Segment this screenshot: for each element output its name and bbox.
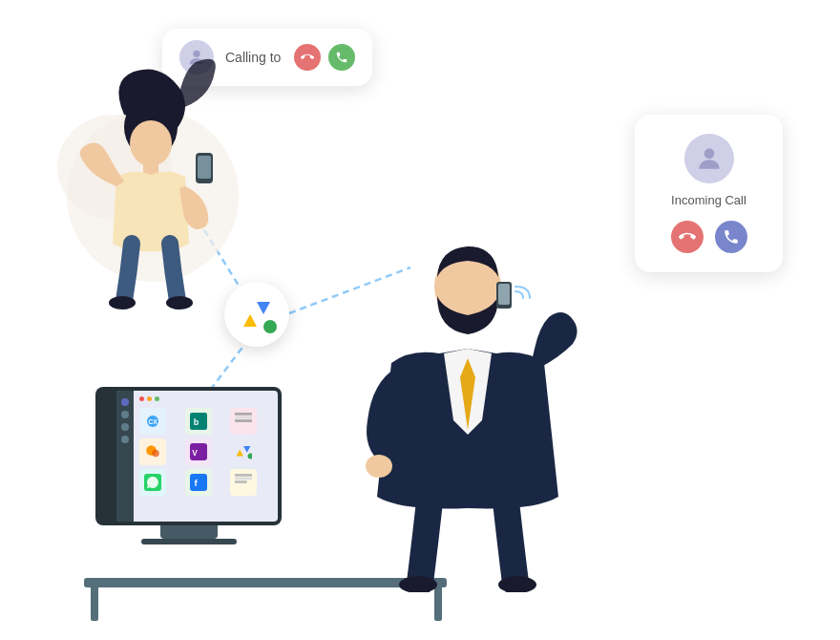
card-actions [671, 221, 747, 253]
grid-item [230, 469, 257, 496]
svg-rect-22 [235, 416, 252, 419]
svg-rect-35 [235, 478, 252, 480]
card-accept-button[interactable] [715, 221, 747, 253]
monitor-sidebar [116, 391, 134, 522]
svg-point-8 [130, 120, 172, 166]
grid-item: b [185, 408, 212, 435]
illustration-scene: Calling to Incoming Call [0, 0, 840, 640]
card-avatar [684, 134, 734, 183]
grid-item [139, 438, 166, 465]
svg-marker-15 [257, 302, 270, 314]
svg-point-12 [109, 296, 136, 309]
card-decline-button[interactable] [671, 221, 704, 253]
accept-icon [335, 51, 348, 64]
incoming-call-card: Incoming Call [635, 115, 783, 272]
bubble-actions [294, 44, 355, 71]
sidebar-dot [121, 411, 129, 418]
monitor-min-dot [147, 396, 152, 401]
woman-figure [38, 53, 248, 320]
desktop-monitor: CX b [95, 387, 282, 544]
facebook-icon: f [190, 474, 207, 491]
svg-text:V: V [192, 449, 198, 458]
monitor-base [141, 539, 237, 544]
sidebar-dot [121, 423, 129, 431]
grid-item: CX [139, 408, 166, 435]
svg-point-25 [152, 450, 159, 458]
chat-icon [144, 443, 161, 460]
svg-point-30 [248, 454, 253, 459]
card-accept-icon [723, 228, 740, 245]
google-ads-logo [224, 282, 289, 347]
incoming-call-label: Incoming Call [671, 193, 746, 207]
monitor-content: CX b [134, 391, 278, 522]
svg-point-4 [704, 148, 714, 159]
grid-item [139, 469, 166, 496]
svg-point-41 [366, 455, 392, 478]
monitor-screen: CX b [116, 391, 278, 522]
bubble-accept-button[interactable] [328, 44, 355, 71]
svg-marker-14 [243, 314, 257, 327]
monitor-top-bar [139, 396, 272, 401]
monitor-close-dot [139, 396, 144, 401]
svg-rect-34 [235, 474, 252, 477]
svg-text:CX: CX [149, 418, 158, 425]
sidebar-dot [121, 436, 129, 443]
grid-item: V [185, 438, 212, 465]
monitor-body: CX b [95, 387, 282, 525]
monitor-stand [160, 525, 218, 539]
grid-item [230, 438, 257, 465]
decline-icon [301, 51, 314, 64]
app-icon-9 [235, 474, 252, 491]
grid-item [230, 408, 257, 435]
viber-icon: V [190, 443, 207, 460]
bubble-decline-button[interactable] [294, 44, 321, 71]
google-ads-small-icon [235, 443, 252, 460]
svg-marker-29 [243, 446, 251, 453]
whatsapp-icon [144, 474, 161, 491]
monitor-max-dot [155, 396, 159, 401]
svg-rect-23 [235, 419, 252, 422]
man-figure [334, 191, 601, 592]
svg-rect-21 [235, 413, 252, 416]
app-icon: CX [144, 413, 161, 430]
card-decline-icon [679, 228, 696, 245]
ads-logo-icon [237, 294, 277, 334]
svg-point-13 [166, 296, 193, 309]
monitor-app-grid: CX b [139, 408, 272, 496]
sidebar-dot [121, 398, 129, 406]
card-person-icon [694, 143, 724, 174]
app-icon-3 [235, 413, 252, 430]
grid-item: f [185, 469, 212, 496]
svg-point-16 [263, 320, 277, 333]
desk-leg-left [91, 578, 98, 621]
svg-rect-40 [498, 284, 510, 305]
svg-rect-32 [190, 474, 207, 491]
svg-rect-36 [235, 480, 247, 483]
svg-rect-11 [198, 156, 211, 179]
svg-text:b: b [193, 417, 199, 427]
bing-icon: b [190, 413, 207, 430]
svg-marker-28 [237, 450, 244, 457]
